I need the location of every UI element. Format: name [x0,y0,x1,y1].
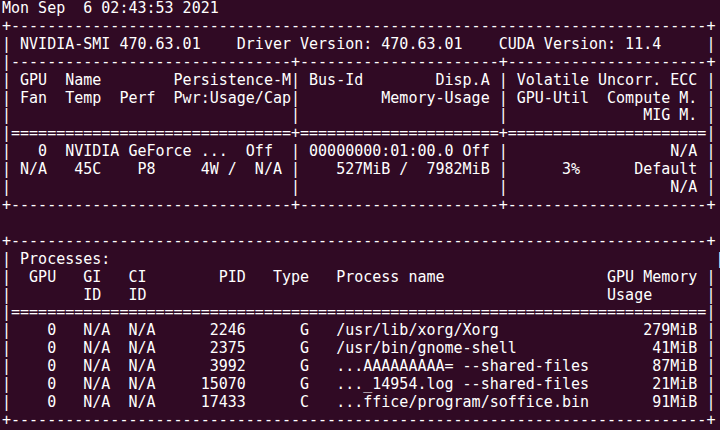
processes-table: +---------------------------------------… [2,233,720,430]
gpu-stats-line-2: | N/A 45C P8 4W / N/A | 527MiB / 7982MiB… [2,161,720,179]
gpu-table-header-line-1: | GPU Name Persistence-M| Bus-Id Disp.A … [2,72,720,90]
process-row: | 0 N/A N/A 3992 G ...AAAAAAAAA= --share… [2,358,720,376]
blank-line [2,215,720,233]
gpu-summary-table: +---------------------------------------… [2,18,720,215]
process-row: | 0 N/A N/A 2375 G /usr/bin/gnome-shell … [2,340,720,358]
processes-title-line: | Processes: | [2,251,720,269]
gpu-table-header-line-2: | Fan Temp Perf Pwr:Usage/Cap| Memory-Us… [2,90,720,108]
process-row: | 0 N/A N/A 2246 G /usr/lib/xorg/Xorg 27… [2,322,720,340]
process-row: | 0 N/A N/A 17433 C ...ffice/program/sof… [2,394,720,412]
processes-header-line-1: | GPU GI CI PID Type Process name GPU Me… [2,269,720,287]
smi-driver-cuda-version-line: | NVIDIA-SMI 470.63.01 Driver Version: 4… [2,36,720,54]
datetime-text: Mon Sep 6 02:43:53 2021 [2,0,720,18]
gpu-stats-line-1: | 0 NVIDIA GeForce ... Off | 00000000:01… [2,143,720,161]
gpu-table-top-border: +---------------------------------------… [2,18,720,36]
processes-table-top-border: +---------------------------------------… [2,233,720,251]
processes-header-line-2: | ID ID Usage | [2,287,720,305]
gpu-table-column-divider: |-------------------------------+-------… [2,54,720,72]
terminal-screen[interactable]: Mon Sep 6 02:43:53 2021 +---------------… [0,0,720,430]
gpu-stats-line-3: | | | N/A | [2,179,720,197]
gpu-table-header-line-3: | | | MIG M. | [2,107,720,125]
processes-header-separator: |=======================================… [2,304,720,322]
gpu-table-header-separator: |===============================+=======… [2,125,720,143]
processes-table-bottom-border: +---------------------------------------… [2,412,720,430]
process-row: | 0 N/A N/A 15070 G ..._14954.log --shar… [2,376,720,394]
gpu-table-bottom-border: +-------------------------------+-------… [2,197,720,215]
